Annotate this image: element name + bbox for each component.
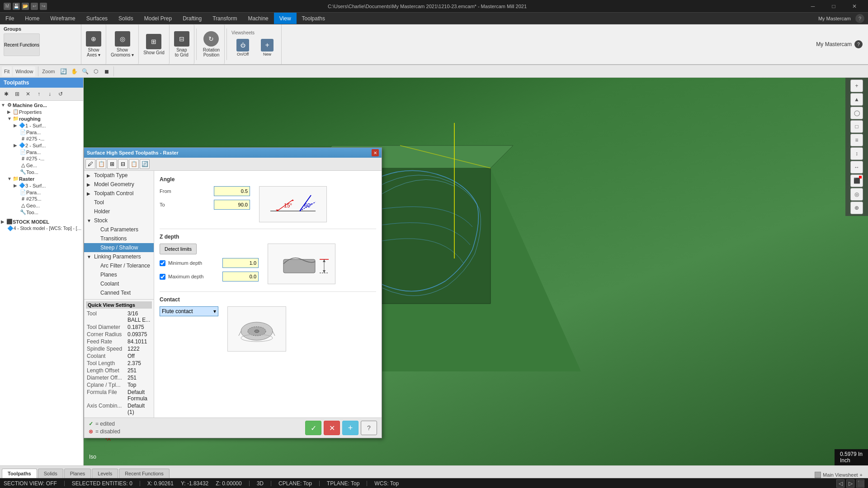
min-depth-input[interactable] xyxy=(222,258,259,268)
add-btn[interactable]: + xyxy=(342,421,359,435)
tree-roughing[interactable]: ▼ 📁 roughing xyxy=(1,115,82,122)
dlg-tb-btn1[interactable]: 🖊 xyxy=(85,159,95,169)
tp-btn3[interactable]: ✕ xyxy=(23,89,33,99)
pan-icon[interactable]: ✋ xyxy=(69,66,79,76)
close-button[interactable]: ✕ xyxy=(844,0,864,13)
tab-toolpaths[interactable]: Toolpaths xyxy=(2,469,37,478)
rotation-position-btn[interactable]: ↻ RotationPosition xyxy=(198,24,225,64)
vp-btn6[interactable]: ↕ xyxy=(850,147,863,160)
snap-to-grid-btn[interactable]: ⊟ Snapto Grid xyxy=(170,24,194,64)
vp-btn7[interactable]: ↔ xyxy=(850,161,863,174)
dlg-tree-linking[interactable]: ▼ Linking Parameters xyxy=(84,252,154,261)
max-depth-input[interactable] xyxy=(222,272,259,282)
dlg-tb-btn3[interactable]: ⊞ xyxy=(107,159,117,169)
status-btn2[interactable]: ▷ xyxy=(846,479,854,488)
show-gnomons-btn[interactable]: ◎ ShowGnomons ▾ xyxy=(106,24,139,64)
tree-geom-2[interactable]: △ Ge... xyxy=(1,162,82,169)
tab-levels[interactable]: Levels xyxy=(92,469,118,478)
help-icon-ribbon[interactable]: ? xyxy=(854,40,863,48)
window-btn[interactable]: Window xyxy=(13,66,35,76)
tree-tool-3[interactable]: 🔧 Too... xyxy=(1,209,82,216)
tree-raster[interactable]: ▼ 📁 Raster xyxy=(1,175,82,182)
dlg-tree-tool[interactable]: Tool xyxy=(84,198,154,207)
dlg-tree-cut-params[interactable]: Cut Parameters xyxy=(84,225,154,234)
from-input[interactable] xyxy=(214,186,250,196)
dlg-tb-btn5[interactable]: 📋 xyxy=(129,159,139,169)
vp-btn4[interactable]: □ xyxy=(850,120,863,133)
to-input[interactable] xyxy=(214,200,250,210)
menu-view[interactable]: View xyxy=(274,13,297,24)
tree-tool-2[interactable]: 🔧 Too... xyxy=(1,169,82,175)
tree-param-2[interactable]: 📄 Para... xyxy=(1,149,82,155)
minimize-button[interactable]: ─ xyxy=(803,0,823,13)
tree-param-1[interactable]: 📄 Para... xyxy=(1,129,82,136)
tree-surf-3[interactable]: ▶ 🔷 3 - Surf... xyxy=(1,182,82,189)
undo-icon[interactable]: ↩ xyxy=(31,3,38,10)
rotate-icon[interactable]: 🔄 xyxy=(58,66,68,76)
vp-btn9[interactable]: ◎ xyxy=(850,188,863,201)
open-icon[interactable]: 📂 xyxy=(22,3,29,10)
dialog-titlebar[interactable]: Surface High Speed Toolpaths - Raster ✕ xyxy=(84,148,382,158)
redo-icon[interactable]: ↪ xyxy=(40,3,47,10)
new-viewsheet-btn[interactable]: + New xyxy=(256,37,278,58)
save-icon[interactable]: 💾 xyxy=(13,3,20,10)
tree-stock-model[interactable]: ▶ ⬛ STOCK MODEL xyxy=(1,218,82,225)
tree-properties[interactable]: ▶ 📋 Properties xyxy=(1,108,82,115)
vp-btn1[interactable]: + xyxy=(850,80,863,92)
menu-file[interactable]: File xyxy=(0,13,19,24)
detect-limits-btn[interactable]: Detect limits xyxy=(160,244,197,254)
tree-stock-sub[interactable]: 🔷 4 - Stock model - [WCS: Top] - [Tplane… xyxy=(1,225,82,232)
max-depth-checkbox[interactable] xyxy=(160,274,165,280)
tab-planes[interactable]: Planes xyxy=(64,469,91,478)
maximize-button[interactable]: □ xyxy=(824,0,844,13)
menu-drafting[interactable]: Drafting xyxy=(177,13,207,24)
fit-btn[interactable]: Fit xyxy=(2,66,12,76)
dlg-tree-steep-shallow[interactable]: Steep / Shallow xyxy=(84,243,154,252)
vp-btn5[interactable]: ≡ xyxy=(850,134,863,146)
dlg-tree-canned-text[interactable]: Canned Text xyxy=(84,288,154,297)
status-btn1[interactable]: ◁ xyxy=(836,479,844,488)
vp-btn10[interactable]: ⊕ xyxy=(850,202,863,214)
tp-btn2[interactable]: ⊞ xyxy=(12,89,22,99)
shade-icon[interactable]: ◼ xyxy=(102,66,112,76)
dlg-tree-planes[interactable]: Planes xyxy=(84,270,154,279)
tree-surf-2[interactable]: ▶ 🔷 2 - Surf... xyxy=(1,142,82,149)
vp-btn2[interactable]: ▲ xyxy=(850,93,863,106)
plus-viewsheet[interactable]: + xyxy=(860,472,863,478)
dlg-tree-arc-filter[interactable]: Arc Filter / Tolerance xyxy=(84,261,154,270)
vp-btn3[interactable]: ◯ xyxy=(850,107,863,119)
dialog-close-btn[interactable]: ✕ xyxy=(372,149,379,156)
tab-solids[interactable]: Solids xyxy=(38,469,63,478)
tp-btn5[interactable]: ↓ xyxy=(45,89,55,99)
cancel-btn[interactable]: ✕ xyxy=(324,421,340,435)
tree-machine-group[interactable]: ▼ ⚙ Machine Gro... xyxy=(1,102,82,108)
vp-btn-red[interactable]: ⬛ xyxy=(850,174,863,187)
status-btn3[interactable]: ⬛ xyxy=(856,479,864,488)
tree-275-2[interactable]: # #275 -... xyxy=(1,155,82,162)
dlg-tree-model-geometry[interactable]: ▶ Model Geometry xyxy=(84,180,154,189)
menu-transform[interactable]: Transform xyxy=(207,13,242,24)
help-icon[interactable]: ? xyxy=(855,14,864,23)
main-viewsheet-label[interactable]: Main Viewsheet xyxy=(823,472,858,478)
dlg-tree-stock[interactable]: ▼ Stock xyxy=(84,216,154,225)
dlg-tb-btn2[interactable]: 📋 xyxy=(96,159,106,169)
menu-machine[interactable]: Machine xyxy=(242,13,274,24)
menu-solids[interactable]: Solids xyxy=(113,13,139,24)
recent-functions-btn[interactable]: Recent Functions xyxy=(4,33,40,56)
menu-surfaces[interactable]: Surfaces xyxy=(81,13,113,24)
show-grid-btn[interactable]: ⊞ Show Grid xyxy=(139,24,170,64)
wire-icon[interactable]: ⬡ xyxy=(91,66,101,76)
menu-home[interactable]: Home xyxy=(19,13,45,24)
dlg-tree-holder[interactable]: Holder xyxy=(84,207,154,216)
tree-geom-3[interactable]: △ Geo... xyxy=(1,202,82,209)
dlg-tree-transitions[interactable]: Transitions xyxy=(84,234,154,243)
contact-selected[interactable]: Flute contact ▾ xyxy=(160,306,218,316)
min-depth-checkbox[interactable] xyxy=(160,260,165,266)
menu-toolpaths[interactable]: Toolpaths xyxy=(297,13,330,24)
help-dlg-btn[interactable]: ? xyxy=(361,421,377,435)
tree-surf-1[interactable]: ▶ 🔷 1 - Surf... xyxy=(1,122,82,129)
tp-btn6[interactable]: ↺ xyxy=(56,89,66,99)
tp-btn4[interactable]: ↑ xyxy=(34,89,44,99)
show-axes-btn[interactable]: ⊕ ShowAxes ▾ xyxy=(81,24,106,64)
menu-model-prep[interactable]: Model Prep xyxy=(139,13,177,24)
